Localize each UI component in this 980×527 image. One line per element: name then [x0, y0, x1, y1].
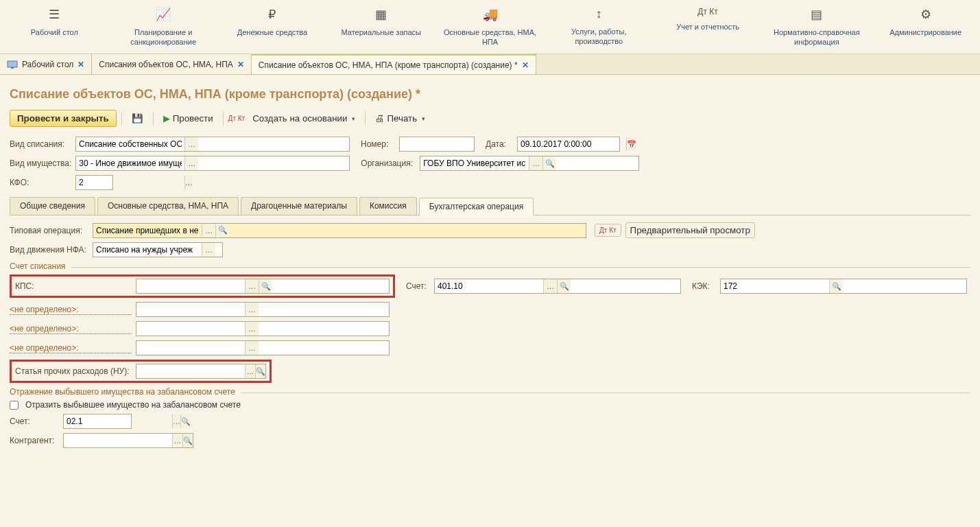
vid-dvizh-input[interactable] — [93, 243, 202, 257]
kek-input[interactable] — [721, 279, 829, 293]
offbalance-checkbox-label: Отразить выбывшее имущество на забалансо… — [25, 400, 241, 410]
select-button[interactable]: … — [245, 364, 255, 378]
sliders-icon: ↕ — [548, 7, 650, 21]
svg-rect-0 — [8, 61, 17, 67]
create-on-basis-button[interactable]: Создать на основании — [248, 110, 360, 126]
nav-planning[interactable]: 📈Планирование и санкционирование — [109, 0, 218, 54]
label-vid-spisaniya: Вид списания: — [10, 139, 71, 149]
label-statya: Статья прочих расходов (НУ): — [15, 366, 132, 376]
nav-accounting[interactable]: Дт КтУчет и отчетность — [654, 0, 763, 54]
label-kek: КЭК: — [692, 281, 716, 291]
subtab-precious[interactable]: Драгоценные материалы — [241, 197, 357, 215]
nav-assets[interactable]: 🚚Основные средства, НМА, НПА — [435, 0, 545, 54]
label-nomer: Номер: — [361, 139, 395, 149]
analytics-input-2[interactable] — [136, 322, 245, 336]
select-button[interactable]: … — [172, 414, 180, 428]
label-tip-operation: Типовая операция: — [10, 226, 88, 235]
select-button[interactable]: … — [202, 224, 215, 237]
nav-desktop[interactable]: ☰Рабочий стол — [0, 0, 109, 54]
calendar-button[interactable]: 📅 — [626, 137, 636, 151]
label-kontragent: Контрагент: — [10, 436, 59, 445]
close-icon[interactable]: ✕ — [77, 60, 84, 69]
preview-button[interactable]: Предварительный просмотр — [625, 222, 755, 238]
search-button[interactable]: 🔍 — [542, 156, 556, 170]
tab-list[interactable]: Списания объектов ОС, НМА, НПА ✕ — [92, 54, 251, 74]
search-button[interactable]: 🔍 — [180, 414, 191, 428]
statya-input[interactable] — [136, 364, 245, 378]
dtkt-icon: Дт Кт — [599, 226, 617, 234]
nav-admin[interactable]: ⚙Администрирование — [871, 0, 980, 54]
select-button[interactable]: … — [245, 303, 259, 316]
search-button[interactable]: 🔍 — [829, 279, 843, 293]
dtkt-icon: Дт Кт — [228, 115, 246, 122]
vid-spisaniya-input[interactable] — [76, 137, 184, 151]
select-button[interactable]: … — [202, 243, 215, 257]
label-schet: Счет: — [406, 281, 430, 291]
tab-label: Списание объектов ОС, НМА, НПА (кроме тр… — [259, 60, 518, 70]
tab-document[interactable]: Списание объектов ОС, НМА, НПА (кроме тр… — [252, 54, 536, 74]
offbalance-checkbox[interactable] — [10, 401, 19, 410]
search-button[interactable]: 🔍 — [215, 224, 229, 237]
kps-input[interactable] — [136, 279, 245, 293]
select-button[interactable]: … — [543, 279, 557, 293]
vid-imushestva-input[interactable] — [76, 156, 184, 170]
analytics-link-1[interactable]: <не определено>: — [10, 305, 132, 315]
label-vid-imushestva: Вид имущества: — [10, 159, 71, 168]
nav-money[interactable]: ₽Денежные средства — [218, 0, 327, 54]
grid-icon: ▦ — [330, 7, 432, 22]
save-button[interactable]: 💾 — [127, 110, 148, 126]
kps-highlight: КПС: … 🔍 — [10, 274, 395, 298]
subtab-accounting[interactable]: Бухгалтерская операция — [419, 198, 534, 215]
nav-services[interactable]: ↕Услуги, работы, производство — [545, 0, 654, 54]
select-button[interactable]: … — [245, 341, 259, 355]
analytics-link-3[interactable]: <не определено>: — [10, 343, 132, 353]
select-button[interactable]: … — [184, 176, 193, 189]
organization-input[interactable] — [420, 156, 529, 170]
close-icon[interactable]: ✕ — [237, 60, 244, 69]
nav-reference[interactable]: ▤Нормативно-справочная информация — [762, 0, 871, 54]
post-button[interactable]: ▶Провести — [158, 110, 218, 126]
select-button[interactable]: … — [245, 279, 259, 293]
search-button[interactable]: 🔍 — [259, 279, 272, 293]
dtkt-icon: Дт Кт — [657, 7, 759, 16]
schet-input[interactable] — [435, 279, 543, 293]
nav-materials[interactable]: ▦Материальные запасы — [326, 0, 435, 54]
dtkt-button[interactable]: Дт Кт — [595, 224, 621, 237]
print-button[interactable]: 🖨Печать — [370, 110, 430, 126]
kfo-input[interactable] — [76, 176, 184, 189]
subtab-assets[interactable]: Основные средства, НМА, НПА — [97, 197, 239, 215]
tip-operation-input[interactable] — [93, 224, 202, 237]
subtab-general[interactable]: Общие сведения — [10, 197, 95, 215]
menu-icon: ☰ — [3, 7, 106, 22]
post-icon: ▶ — [163, 113, 170, 124]
search-button[interactable]: 🔍 — [182, 434, 193, 447]
ruble-icon: ₽ — [222, 7, 324, 22]
search-button[interactable]: 🔍 — [557, 279, 571, 293]
label-data: Дата: — [486, 139, 513, 149]
chart-icon: 📈 — [112, 7, 215, 22]
svg-rect-1 — [11, 67, 14, 69]
select-button[interactable]: … — [529, 156, 542, 170]
date-input[interactable] — [518, 137, 626, 151]
select-button[interactable]: … — [184, 137, 198, 151]
close-icon[interactable]: ✕ — [522, 60, 529, 70]
offbalance-schet-input[interactable] — [64, 414, 172, 428]
select-button[interactable]: … — [245, 322, 259, 336]
gear-icon: ⚙ — [874, 7, 977, 22]
section-legend: Отражение выбывшего имущества на забалан… — [10, 387, 241, 397]
document-tabs: Рабочий стол ✕ Списания объектов ОС, НМА… — [0, 54, 980, 75]
subtab-commission[interactable]: Комиссия — [359, 197, 417, 215]
select-button[interactable]: … — [172, 434, 182, 447]
search-button[interactable]: 🔍 — [255, 364, 265, 378]
label-kps: КПС: — [15, 281, 132, 291]
label-kfo: КФО: — [10, 178, 71, 187]
analytics-input-3[interactable] — [136, 341, 245, 355]
desktop-icon — [7, 59, 18, 70]
print-icon: 🖨 — [375, 113, 384, 124]
post-and-close-button[interactable]: Провести и закрыть — [10, 110, 117, 127]
analytics-input-1[interactable] — [136, 303, 245, 316]
tab-desktop[interactable]: Рабочий стол ✕ — [0, 54, 92, 74]
kontragent-input[interactable] — [64, 434, 172, 447]
analytics-link-2[interactable]: <не определено>: — [10, 324, 132, 334]
select-button[interactable]: … — [184, 156, 198, 170]
